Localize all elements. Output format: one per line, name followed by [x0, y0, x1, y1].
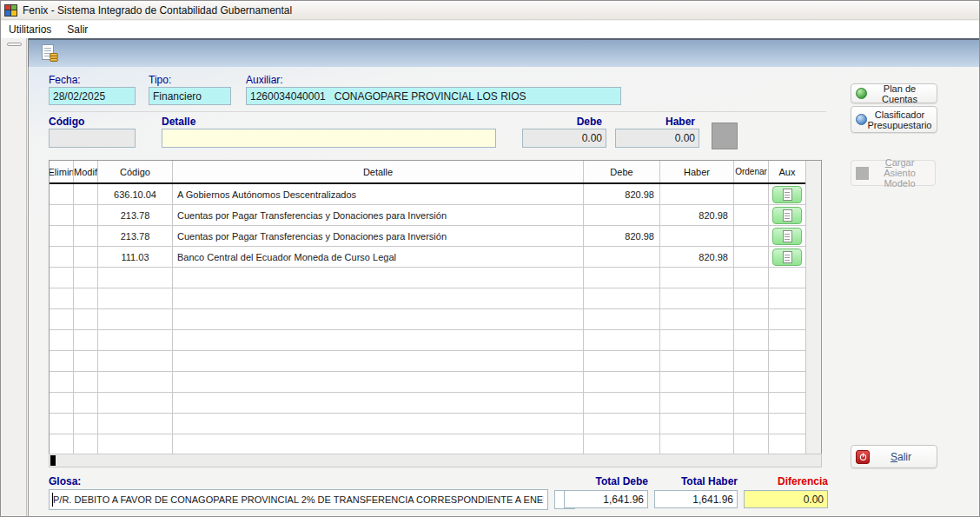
table-cell	[98, 309, 173, 329]
document-icon	[783, 230, 792, 242]
table-cell	[769, 309, 805, 329]
aux-button[interactable]	[772, 186, 802, 203]
auxiliar-label: Auxiliar:	[246, 74, 283, 86]
auxiliar-input[interactable]	[246, 87, 621, 105]
table-cell	[769, 393, 805, 413]
clasificador-presupuestario-button[interactable]: ClasificadorPresupuestario	[851, 106, 937, 133]
menu-item-utilitarios[interactable]: Utilitarios	[1, 22, 59, 37]
tipo-label: Tipo:	[149, 74, 171, 86]
table-cell	[584, 414, 660, 434]
plan-de-cuentas-button[interactable]: Plan de Cuentas	[851, 83, 937, 103]
ordenar-cell[interactable]	[734, 184, 769, 204]
elimin-cell[interactable]	[50, 184, 74, 204]
table-cell	[734, 330, 769, 350]
table-cell	[74, 351, 98, 371]
modif-cell[interactable]	[74, 247, 98, 267]
entry-debe-input[interactable]	[522, 129, 606, 148]
table-row[interactable]: 213.78 Cuentas por Pagar Transferencias …	[50, 205, 805, 226]
table-cell	[50, 434, 74, 454]
codigo-cell: 111.03	[98, 247, 173, 267]
modif-cell[interactable]	[74, 226, 98, 246]
elimin-cell[interactable]	[50, 247, 74, 267]
menu-item-salir[interactable]: Salir	[59, 22, 96, 37]
haber-cell: 820.98	[660, 247, 734, 267]
table-row-empty[interactable]	[50, 309, 805, 330]
entries-table: Elimin Modif Código Detalle Debe Haber O…	[49, 160, 822, 454]
table-cell	[98, 288, 173, 308]
table-cell	[769, 372, 805, 392]
entry-detalle-input[interactable]	[162, 129, 496, 148]
table-cell	[584, 393, 660, 413]
table-header: Elimin Modif Código Detalle Debe Haber O…	[50, 161, 805, 184]
debe-cell: 820.98	[584, 184, 660, 204]
modif-cell[interactable]	[74, 184, 98, 204]
power-icon	[856, 450, 870, 464]
table-row-empty[interactable]	[50, 414, 805, 434]
total-debe-input[interactable]	[564, 490, 648, 508]
table-row[interactable]: 111.03 Banco Central del Ecuador Moneda …	[50, 247, 805, 268]
glosa-input[interactable]	[49, 489, 548, 510]
blue-sphere-icon	[856, 114, 867, 125]
detalle-cell: Cuentas por Pagar Transferencias y Donac…	[173, 205, 584, 225]
table-cell	[50, 268, 74, 288]
table-cell	[74, 330, 98, 350]
detalle-cell: A Gobiernos Autónomos Descentralizados	[173, 184, 584, 204]
table-cell	[584, 351, 660, 371]
table-row-empty[interactable]	[50, 268, 805, 288]
salir-button[interactable]: Salir	[851, 445, 937, 468]
modif-cell[interactable]	[74, 205, 98, 225]
coin-icon	[50, 53, 58, 56]
table-row-empty[interactable]	[50, 330, 805, 351]
table-cell	[173, 309, 584, 329]
table-row[interactable]: 636.10.04 A Gobiernos Autónomos Descentr…	[50, 184, 805, 205]
left-collapsed-panel[interactable]	[1, 38, 27, 516]
panel-grabber[interactable]	[7, 43, 22, 46]
table-cell	[660, 372, 734, 392]
table-cell	[74, 268, 98, 288]
tipo-input[interactable]	[149, 87, 231, 105]
table-empty-rows	[50, 268, 805, 454]
table-row-empty[interactable]	[50, 288, 805, 309]
fecha-input[interactable]	[49, 87, 136, 105]
table-row-empty[interactable]	[50, 434, 805, 454]
haber-cell	[660, 226, 734, 246]
elimin-cell[interactable]	[50, 205, 74, 225]
table-row-empty[interactable]	[50, 393, 805, 414]
table-cell	[769, 288, 805, 308]
header-haber: Haber	[660, 161, 734, 182]
table-cell	[74, 414, 98, 434]
table-cell	[74, 372, 98, 392]
aux-button[interactable]	[772, 228, 802, 245]
debe-cell: 820.98	[584, 226, 660, 246]
window-title: Fenix - Sistema Integrado de Contabilida…	[23, 4, 292, 17]
table-row-empty[interactable]	[50, 372, 805, 393]
header-aux: Aux	[769, 161, 805, 182]
document-icon	[783, 209, 792, 222]
diferencia-input[interactable]	[744, 490, 828, 508]
table-cell	[734, 351, 769, 371]
table-row[interactable]: 213.78 Cuentas por Pagar Transferencias …	[50, 226, 805, 247]
ordenar-cell[interactable]	[734, 226, 769, 246]
total-haber-input[interactable]	[654, 490, 738, 508]
entry-codigo-input[interactable]	[49, 129, 136, 148]
elimin-cell[interactable]	[50, 226, 74, 246]
ordenar-cell[interactable]	[734, 205, 769, 225]
vertical-scrollbar[interactable]	[805, 161, 821, 454]
table-row-empty[interactable]	[50, 351, 805, 372]
table-cell	[50, 414, 74, 434]
plan-de-cuentas-label: Plan de Cuentas	[867, 83, 932, 104]
cargar-asiento-label: Cargar AsientoModelo	[869, 157, 930, 189]
new-entry-icon[interactable]	[42, 44, 63, 63]
entry-haber-input[interactable]	[615, 129, 699, 148]
aux-button[interactable]	[772, 249, 802, 266]
table-cell	[584, 372, 660, 392]
table-cell	[50, 309, 74, 329]
cargar-asiento-modelo-button[interactable]: Cargar AsientoModelo	[851, 160, 936, 186]
aux-button[interactable]	[772, 207, 802, 224]
attach-button[interactable]	[712, 123, 738, 149]
horizontal-scrollbar[interactable]	[49, 454, 822, 467]
aux-cell	[769, 247, 805, 267]
h-scroll-thumb[interactable]	[50, 455, 56, 466]
table-cell	[50, 351, 74, 371]
ordenar-cell[interactable]	[734, 247, 769, 267]
